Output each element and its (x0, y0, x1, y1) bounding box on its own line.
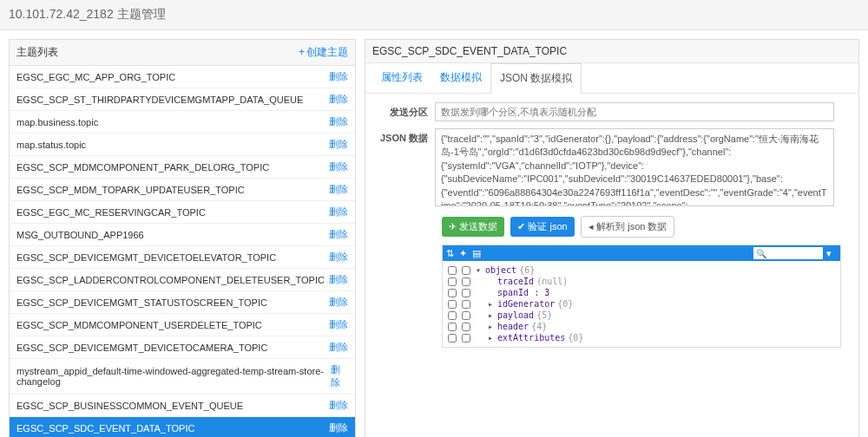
partition-label: 发送分区 (374, 102, 435, 121)
topic-row[interactable]: EGSC_SCP_ST_THIRDPARTYDEVICEMGMTAPP_DATA… (10, 88, 355, 111)
delete-button[interactable]: 删除 (329, 251, 348, 264)
delete-button[interactable]: 删除 (329, 70, 348, 83)
caret-right-icon[interactable]: ▸ (488, 333, 495, 342)
topic-name: EGSC_SCP_MDMCOMPONENT_PARK_DELORG_TOPIC (16, 162, 269, 173)
topic-row[interactable]: MSG_OUTBOUND_APP1966删除 (10, 224, 355, 246)
delete-button[interactable]: 删除 (329, 421, 348, 434)
check-icon: ✔ (517, 221, 528, 232)
topic-row[interactable]: map.status.topic删除 (10, 134, 355, 156)
send-button[interactable]: ✈ 发送数据 (442, 217, 504, 237)
tree-checkbox-2[interactable] (462, 334, 470, 342)
topic-row[interactable]: EGSC_SCP_BUSINESSCOMMON_EVENT_QUEUE删除 (10, 395, 355, 417)
topic-row[interactable]: EGSC_EGC_MC_RESERVINGCAR_TOPIC删除 (10, 201, 355, 224)
json-tree-line[interactable]: ▸payload{5} (448, 310, 835, 321)
delete-button[interactable]: 删除 (329, 138, 348, 151)
json-search-input[interactable] (753, 247, 823, 259)
caret-down-icon[interactable]: ▾ (476, 265, 483, 275)
json-key: spanId : 3 (497, 288, 549, 297)
tree-checkbox[interactable] (448, 311, 457, 320)
tab-attributes[interactable]: 属性列表 (372, 63, 431, 93)
tree-checkbox-2[interactable] (462, 323, 470, 331)
tree-checkbox[interactable] (448, 266, 457, 275)
json-tree-line[interactable]: ▸header{4} (448, 321, 835, 332)
topic-row[interactable]: EGSC_SCP_DEVICEMGMT_DEVICETOELEVATOR_TOP… (10, 246, 355, 269)
json-meta: {0} (557, 299, 573, 309)
detail-panel: EGSC_SCP_SDC_EVENT_DATA_TOPIC 属性列表 数据模拟 … (365, 39, 859, 437)
parse-button[interactable]: ◂ 解析到 json 数据 (581, 216, 674, 238)
tree-checkbox-2[interactable] (462, 277, 470, 286)
collapse-icon[interactable]: ⇅ (446, 248, 454, 259)
topic-row[interactable]: EGSC_SCP_MDM_TOPARK_UPDATEUSER_TOPIC删除 (10, 179, 355, 201)
delete-button[interactable]: 删除 (329, 399, 348, 412)
caret-right-icon[interactable]: ▸ (488, 299, 495, 309)
json-key: object (485, 265, 516, 275)
tree-checkbox-2[interactable] (462, 266, 470, 275)
tree-checkbox[interactable] (448, 323, 457, 331)
json-meta: {5} (536, 310, 552, 320)
tree-checkbox-2[interactable] (462, 311, 470, 320)
json-key: traceId (497, 277, 534, 286)
json-textarea[interactable] (435, 128, 834, 206)
tab-data-mock[interactable]: 数据模拟 (431, 63, 490, 93)
topic-name: map.status.topic (16, 140, 86, 150)
caret-right-icon[interactable]: ▸ (488, 310, 495, 320)
topic-row[interactable]: EGSC_SCP_DEVICEMGMT_STATUSTOSCREEN_TOPIC… (10, 291, 355, 314)
caret-right-icon[interactable]: ▸ (488, 322, 495, 331)
tree-checkbox-2[interactable] (462, 289, 470, 297)
json-tree-line[interactable]: ▾object{6} (448, 264, 835, 276)
topic-name: EGSC_EGC_MC_RESERVINGCAR_TOPIC (16, 207, 206, 218)
topic-name: EGSC_SCP_ST_THIRDPARTYDEVICEMGMTAPP_DATA… (16, 95, 303, 105)
json-toolbar: ⇅ ✦ ▤ ▾ (443, 245, 840, 261)
topic-row[interactable]: EGSC_SCP_MDMCOMPONENT_PARK_DELORG_TOPIC删… (10, 156, 355, 179)
topic-row[interactable]: EGSC_SCP_MDMCOMPONENT_USERDELETE_TOPIC删除 (10, 314, 355, 336)
expand-icon[interactable]: ✦ (459, 248, 467, 259)
topic-name: EGSC_SCP_SDC_EVENT_DATA_TOPIC (16, 423, 194, 434)
topic-row[interactable]: map.business.topic删除 (10, 111, 355, 134)
page-header: 10.101.72.42_2182 主题管理 (0, 0, 868, 30)
json-meta: {6} (519, 265, 535, 275)
json-tree-viewer: ⇅ ✦ ▤ ▾ ▾object{6}traceId(null)spanId : … (442, 245, 841, 348)
json-tree-line[interactable]: traceId(null) (448, 276, 835, 287)
json-key: payload (497, 310, 534, 320)
topic-name: EGSC_EGC_MC_APP_ORG_TOPIC (16, 72, 175, 82)
json-tree-line[interactable]: ▸extAttributes{0} (448, 332, 835, 343)
topic-name: map.business.topic (16, 117, 98, 127)
tree-checkbox[interactable] (448, 277, 457, 286)
send-icon: ✈ (449, 221, 459, 232)
topic-row[interactable]: EGSC_SCP_DEVICEMGMT_DEVICETOCAMERA_TOPIC… (10, 336, 355, 359)
topic-row[interactable]: mystream_appid_default-time-windowed-agg… (10, 359, 355, 395)
delete-button[interactable]: 删除 (329, 296, 348, 309)
delete-button[interactable]: 删除 (329, 341, 348, 354)
delete-button[interactable]: 删除 (329, 93, 348, 106)
topic-list-title: 主题列表 (16, 45, 58, 60)
delete-button[interactable]: 删除 (331, 363, 348, 389)
topic-row[interactable]: EGSC_EGC_MC_APP_ORG_TOPIC删除 (10, 66, 355, 88)
json-tree-line[interactable]: ▸idGenerator{0} (448, 298, 835, 310)
topic-row[interactable]: EGSC_SCP_LADDERCONTROLCOMPONENT_DELETEUS… (10, 269, 355, 291)
json-tree-line[interactable]: spanId : 3 (448, 287, 835, 298)
topic-name: EGSC_SCP_DEVICEMGMT_DEVICETOCAMERA_TOPIC (16, 342, 267, 353)
plus-icon: + (299, 46, 305, 58)
partition-input[interactable] (435, 102, 834, 121)
delete-button[interactable]: 删除 (329, 183, 348, 196)
create-topic-button[interactable]: +创建主题 (299, 45, 348, 60)
delete-button[interactable]: 删除 (329, 205, 348, 218)
json-key: idGenerator (497, 299, 555, 309)
json-key: header (497, 322, 529, 331)
tree-checkbox-2[interactable] (462, 300, 470, 309)
delete-button[interactable]: 删除 (329, 160, 348, 173)
tree-checkbox[interactable] (448, 289, 457, 297)
topic-row[interactable]: EGSC_SCP_SDC_EVENT_DATA_TOPIC删除 (10, 417, 355, 437)
topic-list: EGSC_EGC_MC_APP_ORG_TOPIC删除EGSC_SCP_ST_T… (10, 66, 355, 437)
sort-icon[interactable]: ▤ (472, 248, 481, 259)
validate-button[interactable]: ✔ 验证 json (510, 217, 574, 237)
delete-button[interactable]: 删除 (329, 228, 348, 241)
filter-icon[interactable]: ▾ (826, 248, 832, 259)
tree-checkbox[interactable] (448, 300, 457, 309)
tab-json-mock[interactable]: JSON 数据模拟 (490, 63, 582, 94)
json-meta: {4} (531, 322, 547, 331)
delete-button[interactable]: 删除 (329, 318, 348, 331)
delete-button[interactable]: 删除 (329, 273, 348, 286)
delete-button[interactable]: 删除 (329, 115, 348, 128)
tree-checkbox[interactable] (448, 334, 457, 342)
